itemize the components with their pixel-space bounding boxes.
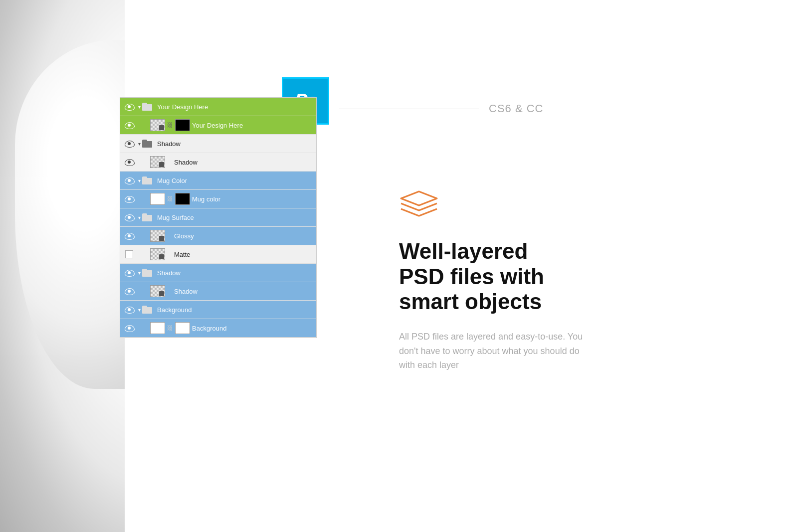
visibility-toggle[interactable] bbox=[120, 288, 138, 294]
folder-icon bbox=[142, 140, 152, 148]
layer-row-glossy[interactable]: Glossy bbox=[120, 227, 316, 245]
folder-icon bbox=[142, 177, 152, 184]
visibility-toggle[interactable] bbox=[120, 104, 138, 110]
folder-icon bbox=[142, 103, 152, 111]
visibility-toggle[interactable] bbox=[120, 159, 138, 165]
smart-object-icon bbox=[159, 254, 164, 259]
layer-label: Shadow bbox=[155, 140, 316, 148]
main-heading: Well-layeredPSD files withsmart objects bbox=[399, 239, 589, 315]
layer-row-background[interactable]: ⛓ Background bbox=[120, 319, 316, 338]
visibility-toggle[interactable] bbox=[120, 307, 138, 313]
sub-text: All PSD files are layered and easy-to-us… bbox=[399, 330, 589, 372]
eye-icon bbox=[125, 159, 134, 165]
layer-label: Glossy bbox=[165, 232, 316, 240]
layer-label: Shadow bbox=[165, 159, 316, 166]
eye-icon bbox=[125, 214, 134, 220]
eye-icon bbox=[125, 122, 134, 128]
layer-thumbnail bbox=[150, 248, 165, 260]
layer-label: Mug Color bbox=[155, 177, 316, 184]
layer-mask bbox=[175, 322, 190, 334]
layer-thumbnail bbox=[150, 322, 165, 334]
visibility-toggle[interactable] bbox=[120, 122, 138, 128]
chevron-icon: ▾ bbox=[138, 270, 141, 276]
visibility-toggle[interactable] bbox=[120, 196, 138, 202]
eye-icon bbox=[125, 288, 134, 294]
visibility-toggle[interactable] bbox=[120, 177, 138, 183]
layer-label: Mug Surface bbox=[155, 214, 316, 221]
layer-row-mug-surface-group[interactable]: ▾ Mug Surface bbox=[120, 208, 316, 227]
visibility-toggle[interactable] bbox=[120, 214, 138, 220]
eye-icon bbox=[125, 233, 134, 239]
folder-icon bbox=[142, 306, 152, 314]
visibility-toggle[interactable] bbox=[120, 250, 138, 258]
layer-label: Your Design Here bbox=[155, 103, 316, 111]
chevron-icon: ▾ bbox=[138, 141, 141, 147]
layer-row-shadow2[interactable]: Shadow bbox=[120, 282, 316, 301]
smart-object-icon bbox=[159, 236, 164, 241]
layer-row-shadow-group1[interactable]: ▾ Shadow bbox=[120, 135, 316, 153]
layer-row-your-design[interactable]: ⛓ Your Design Here bbox=[120, 116, 316, 135]
folder-icon bbox=[142, 269, 152, 277]
smart-object-icon bbox=[159, 291, 164, 296]
chain-icon: ⛓ bbox=[167, 194, 174, 203]
layer-label: Matte bbox=[165, 251, 316, 258]
chevron-icon: ▾ bbox=[138, 104, 141, 110]
smart-object-icon bbox=[159, 125, 164, 130]
folder-icon bbox=[142, 213, 152, 221]
visibility-toggle[interactable] bbox=[120, 270, 138, 276]
layer-row-background-group[interactable]: ▾ Background bbox=[120, 301, 316, 319]
smart-object-icon bbox=[159, 162, 164, 167]
layers-panel: ▾ Your Design Here ⛓ Your Design Here ▾ … bbox=[120, 97, 317, 338]
chevron-icon: ▾ bbox=[138, 178, 141, 183]
layer-thumbnail bbox=[150, 193, 165, 205]
chevron-icon: ▾ bbox=[138, 215, 141, 220]
eye-icon bbox=[125, 104, 134, 110]
right-content: Well-layeredPSD files withsmart objects … bbox=[399, 189, 589, 372]
layer-mask bbox=[175, 119, 190, 131]
layer-row-mug-color-group[interactable]: ▾ Mug Color bbox=[120, 172, 316, 190]
layer-row-mug-color[interactable]: ⛓ Mug color bbox=[120, 190, 316, 208]
layer-label: Background bbox=[155, 306, 316, 314]
chain-icon: ⛓ bbox=[167, 121, 174, 130]
layers-icon bbox=[399, 189, 439, 222]
eye-icon bbox=[125, 177, 134, 183]
eye-icon bbox=[125, 307, 134, 313]
chain-icon: ⛓ bbox=[167, 324, 174, 333]
visibility-toggle[interactable] bbox=[120, 141, 138, 147]
visibility-toggle[interactable] bbox=[120, 233, 138, 239]
layer-label: Mug color bbox=[190, 195, 316, 203]
chevron-icon: ▾ bbox=[138, 307, 141, 313]
visibility-toggle[interactable] bbox=[120, 325, 138, 331]
layer-thumbnail bbox=[150, 285, 165, 297]
layer-thumbnail bbox=[150, 230, 165, 242]
eye-icon bbox=[125, 141, 134, 147]
layer-mask bbox=[175, 193, 190, 205]
eye-icon bbox=[125, 325, 134, 331]
version-text: CS6 & CC bbox=[489, 102, 543, 115]
layer-row-your-design-group[interactable]: ▾ Your Design Here bbox=[120, 98, 316, 116]
layer-thumbnail bbox=[150, 119, 165, 131]
layer-row-shadow1[interactable]: Shadow bbox=[120, 153, 316, 172]
svg-marker-0 bbox=[401, 191, 437, 205]
layer-label: Your Design Here bbox=[190, 122, 316, 129]
version-info: CS6 & CC bbox=[339, 102, 543, 115]
visibility-checkbox bbox=[125, 250, 133, 258]
eye-icon bbox=[125, 270, 134, 276]
layer-thumbnail bbox=[150, 156, 165, 168]
layer-row-shadow-group2[interactable]: ▾ Shadow bbox=[120, 264, 316, 282]
layer-row-matte[interactable]: Matte bbox=[120, 245, 316, 264]
layer-label: Background bbox=[190, 325, 316, 332]
version-divider bbox=[339, 109, 479, 109]
layer-label: Shadow bbox=[165, 288, 316, 295]
eye-icon bbox=[125, 196, 134, 202]
layer-label: Shadow bbox=[155, 269, 316, 277]
